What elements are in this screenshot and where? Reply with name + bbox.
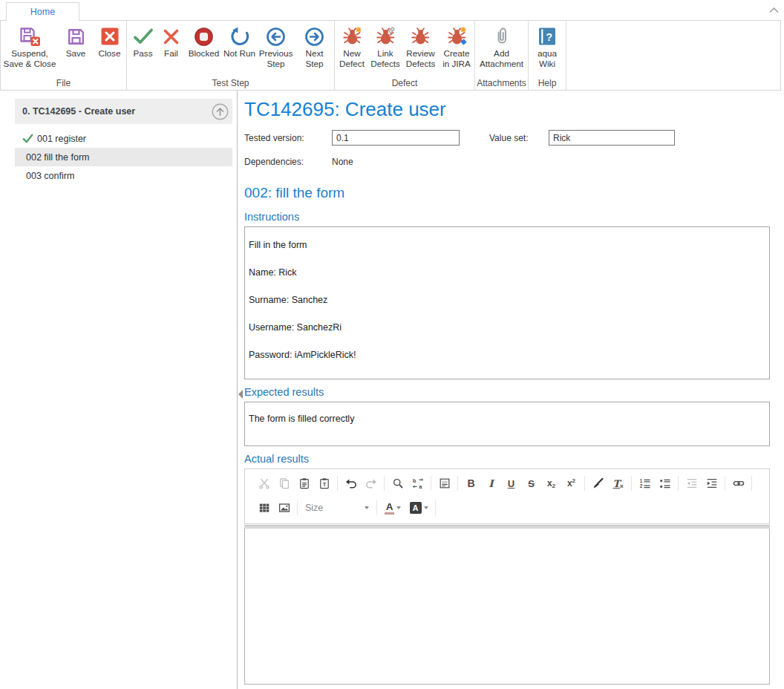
table-icon[interactable] [254, 499, 274, 517]
review-defects-button[interactable]: Review Defects [402, 24, 440, 68]
ribbon-button-label: Previous Step [256, 48, 296, 68]
ribbon-group-label: Test Step [127, 78, 334, 88]
toolbar-separator [678, 476, 679, 491]
aqua-wiki-button[interactable]: ? aqua Wiki [529, 24, 565, 68]
italic-icon[interactable]: I [481, 474, 501, 492]
ribbon-group-test-step: Pass Fail Blocked [127, 21, 335, 90]
ribbon-button-label: Blocked [189, 48, 220, 59]
link-icon[interactable] [728, 474, 748, 492]
step-list-header: 0. TC142695 - Create user [15, 99, 232, 124]
editor-toolbar-row-1: T ba [254, 474, 760, 492]
ribbon-collapse-chevron-icon[interactable] [769, 3, 779, 16]
step-list-title: 0. TC142695 - Create user [22, 106, 212, 117]
paste-icon[interactable] [294, 474, 314, 492]
superscript-icon[interactable]: x2 [561, 474, 581, 492]
dependencies-label: Dependencies: [244, 157, 332, 167]
svg-text:2: 2 [639, 483, 642, 489]
create-in-jira-button[interactable]: Create in JIRA [440, 24, 474, 68]
toolbar-separator [584, 476, 585, 491]
tab-home[interactable]: Home [6, 2, 79, 21]
ribbon-group-label: File [1, 78, 126, 88]
subscript-icon[interactable]: x2 [541, 474, 561, 492]
bold-icon[interactable]: B [461, 474, 481, 492]
ribbon-button-label: Create in JIRA [440, 48, 474, 68]
copy-icon[interactable] [274, 474, 294, 492]
increase-indent-icon[interactable] [702, 474, 722, 492]
save-button[interactable]: Save [59, 24, 93, 59]
circle-up-arrow-icon[interactable] [212, 103, 229, 120]
toolbar-separator [297, 500, 298, 515]
pass-button[interactable]: Pass [128, 24, 158, 59]
ribbon-button-label: Close [99, 48, 121, 59]
font-size-dropdown[interactable]: Size [305, 503, 369, 513]
undo-icon[interactable] [341, 474, 361, 492]
ribbon-button-label: Add Attachment [476, 48, 528, 68]
fail-button[interactable]: Fail [158, 24, 185, 59]
background-color-icon[interactable]: A [405, 502, 432, 514]
copy-formatting-icon[interactable] [588, 474, 608, 492]
font-color-icon[interactable]: A [380, 502, 405, 515]
font-color-glyph: A [385, 502, 394, 515]
content-area: 0. TC142695 - Create user 001 register 0… [0, 91, 784, 689]
numbered-list-icon[interactable]: 12 [635, 474, 655, 492]
ribbon-button-label: Next Step [296, 48, 333, 68]
close-button[interactable]: Close [93, 24, 126, 59]
sidebar-collapse-arrow-icon[interactable] [238, 390, 243, 399]
chevron-down-icon [396, 506, 401, 509]
sidebar-item-step-001[interactable]: 001 register [15, 129, 232, 148]
underline-icon[interactable]: U [501, 474, 521, 492]
find-icon[interactable] [388, 474, 408, 492]
instructions-box: Fill in the form Name: Rick Surname: San… [244, 226, 770, 379]
paperclip-icon [493, 25, 511, 48]
editor-content[interactable] [244, 529, 770, 685]
step-list-sidebar: 0. TC142695 - Create user 001 register 0… [0, 91, 238, 689]
fail-cross-icon [162, 25, 180, 48]
ribbon-button-label: Review Defects [402, 48, 440, 68]
save-icon [66, 25, 86, 48]
toolbar-separator [751, 476, 752, 491]
tab-home-label: Home [30, 7, 55, 17]
sidebar-item-label: 003 confirm [26, 171, 74, 181]
select-all-icon[interactable] [434, 474, 454, 492]
bug-link-icon [376, 25, 396, 48]
strikethrough-icon[interactable]: S [521, 474, 541, 492]
svg-text:1: 1 [639, 478, 642, 483]
instruction-line: Username: SanchezRi [249, 322, 763, 333]
decrease-indent-icon[interactable] [682, 474, 702, 492]
link-defects-button[interactable]: Link Defects [369, 24, 402, 68]
previous-step-icon [266, 25, 286, 48]
replace-icon[interactable]: ba [408, 474, 428, 492]
step-title: 002: fill the form [244, 185, 770, 201]
new-defect-button[interactable]: New Defect [336, 24, 369, 68]
ribbon-button-label: Not Run [223, 48, 255, 59]
next-step-button[interactable]: Next Step [296, 24, 333, 68]
previous-step-button[interactable]: Previous Step [256, 24, 296, 68]
remove-format-icon[interactable]: Tx [608, 474, 628, 492]
blocked-button[interactable]: Blocked [185, 24, 223, 59]
paste-plain-text-icon[interactable]: T [314, 474, 334, 492]
expected-line: The form is filled correctly [249, 414, 763, 424]
add-attachment-button[interactable]: Add Attachment [476, 24, 528, 68]
toolbar-separator [631, 476, 632, 491]
main-panel: TC142695: Create user Tested version: Va… [238, 91, 784, 689]
toolbar-separator [725, 476, 725, 491]
tested-version-input[interactable] [332, 130, 460, 146]
not-run-button[interactable]: Not Run [223, 24, 256, 59]
ribbon-group-defect: New Defect Link Defects [335, 21, 475, 90]
value-set-input[interactable] [549, 130, 675, 146]
redo-icon[interactable] [361, 474, 381, 492]
actual-results-editor: T ba [244, 468, 770, 685]
editor-toolbar: T ba [244, 468, 770, 524]
image-icon[interactable] [274, 499, 294, 517]
toolbar-separator [337, 476, 338, 491]
sidebar-item-step-002[interactable]: 002 fill the form [15, 148, 232, 166]
bulleted-list-icon[interactable] [655, 474, 675, 492]
sidebar-item-step-003[interactable]: 003 confirm [15, 166, 232, 185]
dependencies-value: None [332, 157, 353, 167]
ribbon-group-attachments: Add Attachment Attachments [475, 21, 529, 90]
ribbon: Suspend, Save & Close Save [0, 20, 781, 91]
suspend-save-close-button[interactable]: Suspend, Save & Close [1, 24, 59, 68]
cut-icon[interactable] [254, 474, 274, 492]
instruction-line: Password: iAmPickleRick! [249, 350, 763, 360]
dependencies-row: Dependencies: None [244, 157, 770, 167]
